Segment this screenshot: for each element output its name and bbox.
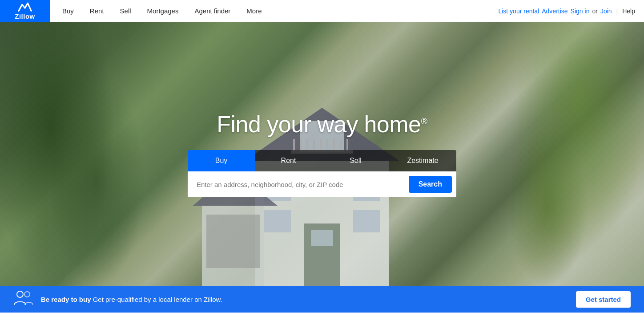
sign-in-link[interactable]: Sign in bbox=[571, 8, 590, 15]
svg-rect-20 bbox=[206, 215, 260, 268]
get-started-button[interactable]: Get started bbox=[576, 291, 631, 308]
nav-item-sell[interactable]: Sell bbox=[112, 0, 139, 22]
nav-item-buy[interactable]: Buy bbox=[54, 0, 82, 22]
header: Zillow Buy Rent Sell Mortgages Agent fin… bbox=[0, 0, 644, 22]
auth-or: or bbox=[592, 8, 597, 15]
svg-rect-16 bbox=[264, 210, 291, 232]
nav-item-rent[interactable]: Rent bbox=[82, 0, 112, 22]
search-box: Search bbox=[188, 171, 456, 197]
svg-point-22 bbox=[17, 291, 23, 297]
tab-sell[interactable]: Sell bbox=[322, 150, 389, 171]
search-input[interactable] bbox=[192, 177, 405, 192]
advertise-link[interactable]: Advertise bbox=[542, 8, 568, 15]
hero-content: Find your way home® Buy Rent Sell Zestim… bbox=[188, 111, 456, 197]
help-link[interactable]: Help bbox=[622, 8, 635, 15]
logo[interactable]: Zillow bbox=[0, 0, 50, 22]
nav-item-agent-finder[interactable]: Agent finder bbox=[186, 0, 238, 22]
banner-text: Be ready to buy Get pre-qualified by a l… bbox=[41, 296, 568, 303]
search-button[interactable]: Search bbox=[409, 176, 452, 193]
auth-divider: | bbox=[616, 8, 618, 15]
header-auth: List your rental Advertise Sign in or Jo… bbox=[498, 8, 644, 15]
logo-text: Zillow bbox=[15, 12, 35, 20]
tab-zestimate[interactable]: Zestimate bbox=[389, 150, 456, 171]
main-nav: Buy Rent Sell Mortgages Agent finder Mor… bbox=[50, 0, 498, 22]
list-rental-link[interactable]: List your rental bbox=[498, 8, 539, 15]
nav-item-mortgages[interactable]: Mortgages bbox=[139, 0, 187, 22]
hero-section: Find your way home® Buy Rent Sell Zestim… bbox=[0, 22, 644, 286]
footer-links: Real Estate Browse homes Rentals Rental … bbox=[0, 313, 644, 321]
nav-item-more[interactable]: More bbox=[238, 0, 270, 22]
hero-title: Find your way home® bbox=[217, 111, 427, 138]
people-icon bbox=[13, 290, 33, 309]
search-tabs: Buy Rent Sell Zestimate bbox=[188, 150, 456, 171]
tab-rent[interactable]: Rent bbox=[255, 150, 322, 171]
bottom-banner: Be ready to buy Get pre-qualified by a l… bbox=[0, 286, 644, 313]
tab-buy[interactable]: Buy bbox=[188, 150, 255, 171]
svg-point-23 bbox=[24, 292, 30, 297]
zillow-logo-icon bbox=[18, 2, 32, 12]
join-link[interactable]: Join bbox=[600, 8, 612, 15]
svg-rect-18 bbox=[353, 210, 380, 232]
svg-rect-14 bbox=[311, 230, 333, 246]
